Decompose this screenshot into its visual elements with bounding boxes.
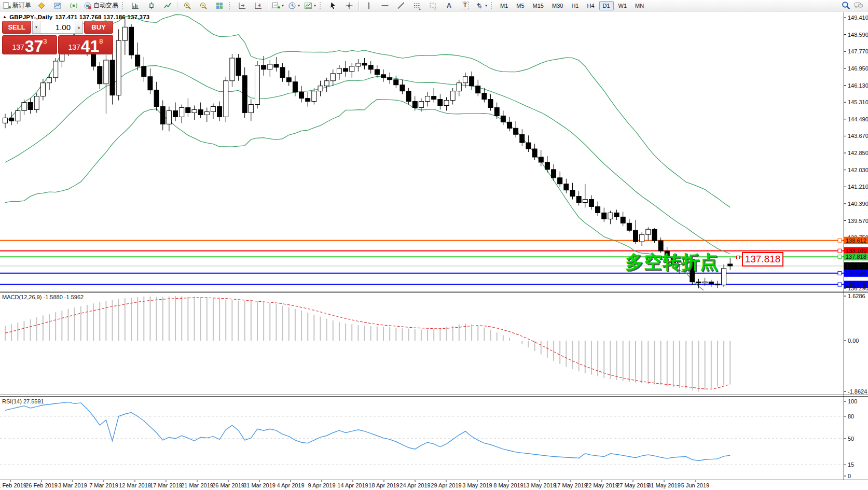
new-order-button[interactable]: 新订单: [1, 0, 33, 11]
rsi-indicator-label: RSI(14) 27.5591: [2, 398, 44, 404]
timeframe-button-D1[interactable]: D1: [599, 1, 614, 10]
auto-scroll-button[interactable]: [234, 0, 250, 11]
price-callout-box[interactable]: 137.818: [742, 252, 783, 267]
dropdown-caret-icon[interactable]: ▾: [485, 4, 487, 7]
candle-body: [494, 107, 499, 116]
date-label: 26 Mar 2019: [212, 482, 244, 488]
chart-annotation-text[interactable]: 多空转折点: [625, 250, 719, 274]
toolbar-grip: [229, 2, 232, 9]
candle-body: [167, 110, 171, 124]
sell-button[interactable]: SELL: [2, 21, 31, 34]
hline-handle[interactable]: [838, 283, 842, 286]
candle-body: [230, 58, 235, 81]
hline-handle[interactable]: [838, 249, 842, 253]
market-watch-button[interactable]: [33, 0, 49, 11]
candle-body: [482, 93, 487, 100]
zoom-in-button[interactable]: [179, 0, 195, 11]
timeframe-button-M30[interactable]: M30: [548, 1, 567, 10]
hline-handle[interactable]: [838, 271, 842, 275]
objects-tool-button[interactable]: ▾: [473, 0, 489, 11]
horizontal-line-tool-button[interactable]: [377, 0, 393, 11]
dropdown-caret-icon[interactable]: ▾: [298, 4, 300, 7]
candle-body: [406, 91, 411, 102]
chat-icon[interactable]: [853, 2, 864, 10]
profiles-button[interactable]: [49, 0, 65, 11]
volume-value[interactable]: 1.00: [40, 21, 75, 33]
mt4-terminal: { "toolbar": { "new_order_label": "新订单",…: [0, 0, 868, 490]
candle-body: [186, 107, 190, 113]
line-chart-mode-button[interactable]: [159, 0, 175, 11]
templates-button[interactable]: ▾: [302, 0, 318, 11]
hline-axis-label: 137.024: [846, 270, 866, 276]
buy-price-prefix: 137: [68, 43, 80, 51]
timeframe-button-MN[interactable]: MN: [631, 1, 647, 10]
toolbar-grip: [122, 2, 125, 9]
dropdown-caret-icon[interactable]: ▾: [314, 4, 316, 7]
candle-body: [438, 100, 443, 106]
vertical-line-tool-button[interactable]: [361, 0, 377, 11]
chart-canvas[interactable]: 149.410148.590147.770146.950146.130145.3…: [0, 0, 868, 490]
add-indicator-button[interactable]: ▾: [270, 0, 286, 11]
search-icon[interactable]: [842, 1, 850, 10]
candle-body: [330, 74, 335, 81]
sell-price-box[interactable]: 137 37 3: [2, 35, 57, 54]
hline-handle[interactable]: [838, 239, 842, 242]
text-tool-button[interactable]: A: [441, 0, 457, 11]
candle-body: [640, 234, 644, 242]
candle-body: [589, 200, 594, 207]
timeframe-button-M5[interactable]: M5: [513, 1, 528, 10]
label-tool-icon: T: [462, 2, 469, 9]
dropdown-caret-icon[interactable]: ▾: [282, 4, 284, 7]
auto-trading-button[interactable]: 自动交易: [81, 0, 120, 11]
timeframe-button-H4[interactable]: H4: [583, 1, 598, 10]
bar-chart-mode-button[interactable]: [127, 0, 143, 11]
buy-price-box[interactable]: 137 41 8: [58, 35, 113, 54]
candle-body: [476, 86, 480, 93]
profiles-icon: [53, 2, 62, 10]
candle-body: [274, 64, 279, 67]
text-tool-icon: A: [447, 2, 451, 9]
candle-body: [545, 162, 549, 170]
candlestick-mode-button[interactable]: [143, 0, 159, 11]
fibonacci-tool-button[interactable]: E: [409, 0, 425, 11]
bollinger-upper-band: [5, 15, 730, 207]
candle-body: [368, 65, 373, 69]
timeframe-button-H1[interactable]: H1: [568, 1, 582, 10]
callout-anchor-handle[interactable]: [736, 256, 740, 259]
timeframe-button-M15[interactable]: M15: [529, 1, 547, 10]
tile-windows-button[interactable]: [211, 0, 227, 11]
buy-price-sup: 8: [99, 37, 103, 45]
zoom-out-button[interactable]: [195, 0, 211, 11]
date-label: 24 Apr 2019: [399, 482, 430, 488]
label-tool-button[interactable]: T: [457, 0, 473, 11]
candle-body: [173, 110, 178, 117]
candle-body: [22, 103, 26, 111]
volume-decrease-button[interactable]: ▼: [33, 21, 40, 33]
clock-icon: [288, 2, 296, 10]
zoom-in-icon: [183, 2, 191, 10]
periods-button[interactable]: ▾: [286, 0, 302, 11]
buy-button[interactable]: BUY: [84, 21, 113, 34]
hline-axis-label: 138.109: [846, 248, 866, 254]
hline-handle[interactable]: [838, 255, 842, 259]
buy-price-main: 41: [81, 39, 100, 53]
candle-body: [129, 27, 134, 55]
add-indicator-icon: [272, 2, 280, 10]
crosshair-tool-button[interactable]: [341, 0, 357, 11]
collapse-panel-icon[interactable]: ▲: [3, 15, 7, 19]
volume-increase-button[interactable]: ▲: [75, 21, 82, 33]
chart-shift-button[interactable]: [250, 0, 266, 11]
grid-tool-button[interactable]: F: [425, 0, 441, 11]
timeframe-button-M1[interactable]: M1: [497, 1, 512, 10]
price-tick-label: 141.210: [848, 184, 868, 190]
candle-body: [432, 96, 436, 100]
cursor-tool-button[interactable]: [325, 0, 341, 11]
candle-body: [224, 81, 228, 117]
timeframe-button-W1[interactable]: W1: [615, 1, 631, 10]
date-label: 5 Jun 2019: [681, 482, 709, 488]
date-label: 21 Mar 2019: [181, 482, 213, 488]
macd-indicator-label: MACD(12,26,9) -1.5880 -1.5962: [2, 294, 84, 300]
toolbar-grip: [320, 2, 323, 9]
trendline-tool-button[interactable]: [393, 0, 409, 11]
signals-button[interactable]: [65, 0, 81, 11]
